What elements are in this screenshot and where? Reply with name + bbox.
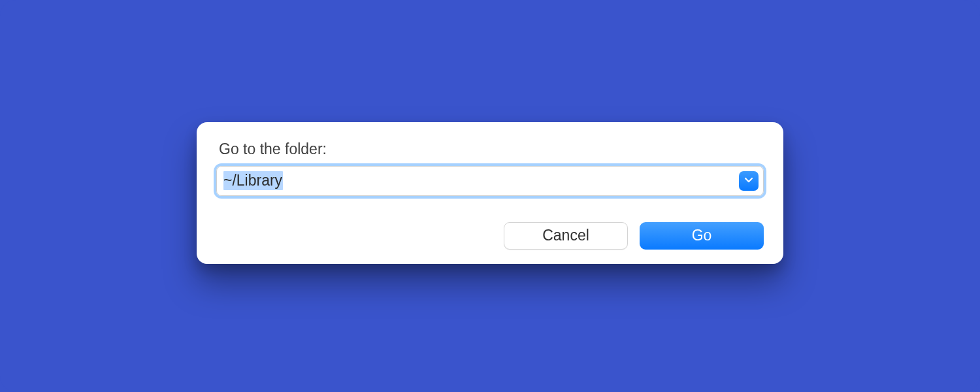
- background-canvas: Go to the folder: ~/Library Cancel Go: [0, 0, 980, 392]
- path-history-dropdown-button[interactable]: [739, 171, 759, 191]
- go-button[interactable]: Go: [640, 222, 764, 250]
- folder-path-input[interactable]: ~/Library: [216, 166, 764, 196]
- cancel-button[interactable]: Cancel: [504, 222, 628, 250]
- go-to-folder-dialog: Go to the folder: ~/Library Cancel Go: [197, 122, 783, 264]
- dialog-button-row: Cancel Go: [216, 222, 764, 250]
- folder-path-value: ~/Library: [223, 171, 283, 190]
- chevron-down-icon: [743, 174, 754, 188]
- dialog-label: Go to the folder:: [216, 140, 764, 158]
